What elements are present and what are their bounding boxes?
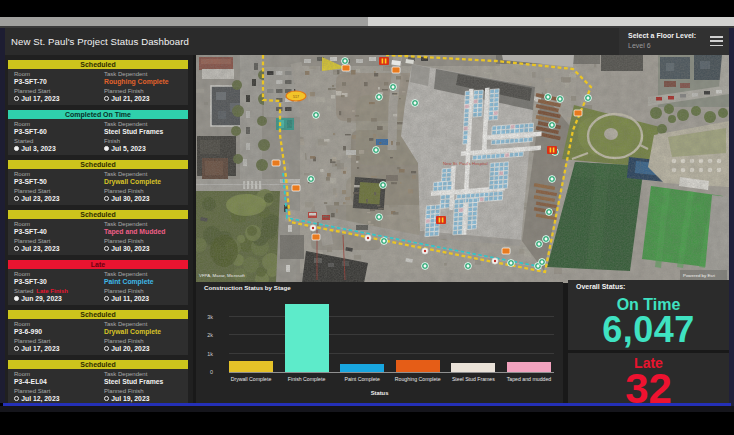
svg-text:517: 517 [293,95,299,99]
svg-text:Powered by Esri: Powered by Esri [683,273,715,278]
svg-text:VFPA, Maxar, Microsoft: VFPA, Maxar, Microsoft [199,273,246,278]
